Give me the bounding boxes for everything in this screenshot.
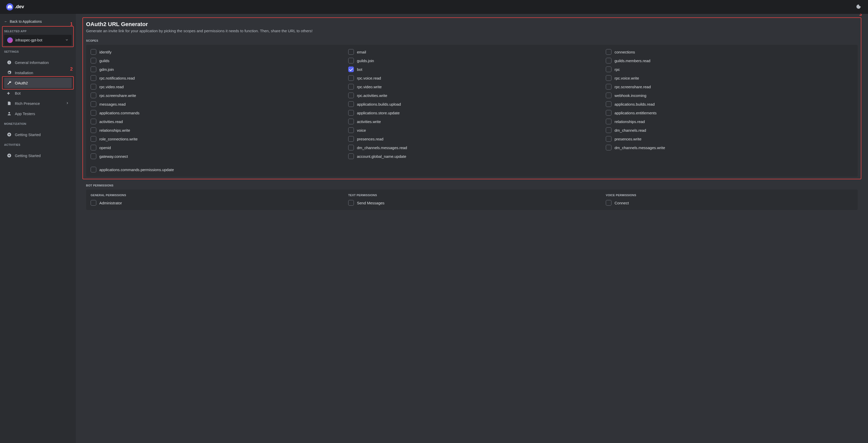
- theme-toggle-icon[interactable]: [856, 4, 862, 10]
- sidebar-item-activities-getting-started[interactable]: Getting Started: [4, 150, 72, 161]
- checkbox[interactable]: [606, 110, 612, 115]
- checkbox[interactable]: [606, 145, 612, 150]
- scope-dm_channels-messages-write[interactable]: dm_channels.messages.write: [606, 144, 853, 151]
- perm-send-messages[interactable]: Send Messages: [348, 200, 595, 206]
- scope-applications-builds-read[interactable]: applications.builds.read: [606, 101, 853, 107]
- checkbox[interactable]: [348, 127, 354, 133]
- checkbox[interactable]: [91, 200, 96, 206]
- checkbox[interactable]: [348, 58, 354, 63]
- checkbox[interactable]: [606, 127, 612, 133]
- sidebar-item-general-information[interactable]: General Information: [4, 57, 72, 68]
- scope-presences-write[interactable]: presences.write: [606, 136, 853, 142]
- scope-bot[interactable]: bot: [348, 66, 595, 72]
- scope-rpc-voice-write[interactable]: rpc.voice.write: [606, 75, 853, 81]
- scope-email[interactable]: email: [348, 49, 595, 55]
- sidebar-item-app-testers[interactable]: App Testers: [4, 108, 72, 119]
- checkbox-label: activities.read: [99, 120, 123, 124]
- scope-webhook-incoming[interactable]: webhook.incoming: [606, 92, 853, 99]
- scope-messages-read[interactable]: messages.read: [91, 101, 338, 107]
- scope-guilds-join[interactable]: guilds.join: [348, 58, 595, 64]
- scope-connections[interactable]: connections: [606, 49, 853, 55]
- checkbox[interactable]: [91, 145, 96, 150]
- checkbox[interactable]: [606, 119, 612, 124]
- checkbox[interactable]: [91, 58, 96, 63]
- sidebar-item-oauth2[interactable]: OAuth2: [4, 78, 72, 88]
- checkbox[interactable]: [606, 49, 612, 55]
- checkbox[interactable]: [606, 75, 612, 81]
- checkbox[interactable]: [348, 145, 354, 150]
- scope-guilds-members-read[interactable]: guilds.members.read: [606, 58, 853, 64]
- scope-applications-builds-upload[interactable]: applications.builds.upload: [348, 101, 595, 107]
- checkbox[interactable]: [348, 84, 354, 90]
- app-selector[interactable]: infraspec-gpt-bot: [4, 35, 72, 45]
- scope-gateway-connect[interactable]: gateway.connect: [91, 153, 338, 159]
- scope-identify[interactable]: identify: [91, 49, 338, 55]
- checkbox[interactable]: [91, 101, 96, 107]
- scope-rpc-notifications-read[interactable]: rpc.notifications.read: [91, 75, 338, 81]
- checkbox[interactable]: [91, 127, 96, 133]
- scope-gdm-join[interactable]: gdm.join: [91, 66, 338, 72]
- scope-rpc-screenshare-read[interactable]: rpc.screenshare.read: [606, 83, 853, 90]
- scope-rpc-voice-read[interactable]: rpc.voice.read: [348, 75, 595, 81]
- checkbox[interactable]: [348, 49, 354, 55]
- checkbox[interactable]: [606, 101, 612, 107]
- sidebar-item-monetization-getting-started[interactable]: Getting Started: [4, 129, 72, 140]
- puzzle-icon: [7, 91, 12, 96]
- checkbox[interactable]: [606, 67, 612, 72]
- checkbox[interactable]: [91, 136, 96, 142]
- topbar: .dev: [0, 0, 868, 14]
- checkbox[interactable]: [348, 136, 354, 142]
- checkbox[interactable]: [606, 93, 612, 98]
- scope-dm_channels-messages-read[interactable]: dm_channels.messages.read: [348, 144, 595, 151]
- sidebar-item-installation[interactable]: Installation: [4, 68, 72, 78]
- checkbox[interactable]: [348, 101, 354, 107]
- checkbox[interactable]: [91, 84, 96, 90]
- checkbox[interactable]: [348, 154, 354, 159]
- checkbox[interactable]: [348, 200, 354, 206]
- checkbox[interactable]: [606, 84, 612, 90]
- scope-dm_channels-read[interactable]: dm_channels.read: [606, 127, 853, 133]
- checkbox[interactable]: [91, 110, 96, 115]
- scope-activities-write[interactable]: activities.write: [348, 118, 595, 125]
- scope-applications-entitlements[interactable]: applications.entitlements: [606, 110, 853, 116]
- checkbox[interactable]: [606, 200, 612, 206]
- logo[interactable]: .dev: [6, 3, 24, 10]
- scope-role_connections-write[interactable]: role_connections.write: [91, 136, 338, 142]
- checkbox[interactable]: [348, 75, 354, 81]
- checkbox[interactable]: [91, 119, 96, 124]
- checkbox[interactable]: [348, 67, 354, 72]
- checkbox[interactable]: [91, 75, 96, 81]
- checkbox-label: dm_channels.messages.write: [615, 145, 665, 150]
- checkbox[interactable]: [606, 58, 612, 63]
- sidebar-item-rich-presence[interactable]: Rich Presence: [4, 98, 72, 108]
- checkbox[interactable]: [91, 93, 96, 98]
- scope-account-global_name-update[interactable]: account.global_name.update: [348, 153, 595, 159]
- scope-rpc-screenshare-write[interactable]: rpc.screenshare.write: [91, 92, 338, 99]
- scope-rpc-video-write[interactable]: rpc.video.write: [348, 83, 595, 90]
- checkbox[interactable]: [91, 154, 96, 159]
- scope-guilds[interactable]: guilds: [91, 58, 338, 64]
- checkbox[interactable]: [348, 110, 354, 115]
- scope-activities-read[interactable]: activities.read: [91, 118, 338, 125]
- scope-rpc-video-read[interactable]: rpc.video.read: [91, 83, 338, 90]
- scope-presences-read[interactable]: presences.read: [348, 136, 595, 142]
- checkbox[interactable]: [606, 136, 612, 142]
- back-to-applications-link[interactable]: ← Back to Applications: [4, 18, 72, 27]
- scope-relationships-write[interactable]: relationships.write: [91, 127, 338, 133]
- scope-voice[interactable]: voice: [348, 127, 595, 133]
- scope-rpc-activities-write[interactable]: rpc.activities.write: [348, 92, 595, 99]
- checkbox[interactable]: [91, 167, 96, 172]
- scope-applications-commands[interactable]: applications.commands: [91, 110, 338, 116]
- scope-relationships-read[interactable]: relationships.read: [606, 118, 853, 125]
- perm-administrator[interactable]: Administrator: [91, 200, 338, 206]
- sidebar-item-bot[interactable]: Bot: [4, 88, 72, 98]
- scope-rpc[interactable]: rpc: [606, 66, 853, 72]
- scope-applications-store-update[interactable]: applications.store.update: [348, 110, 595, 116]
- checkbox[interactable]: [348, 93, 354, 98]
- checkbox[interactable]: [91, 67, 96, 72]
- scope-openid[interactable]: openid: [91, 144, 338, 151]
- checkbox[interactable]: [348, 119, 354, 124]
- perm-connect[interactable]: Connect: [606, 200, 853, 206]
- scope-applications-commands-permissions-update[interactable]: applications.commands.permissions.update: [91, 167, 338, 173]
- checkbox[interactable]: [91, 49, 96, 55]
